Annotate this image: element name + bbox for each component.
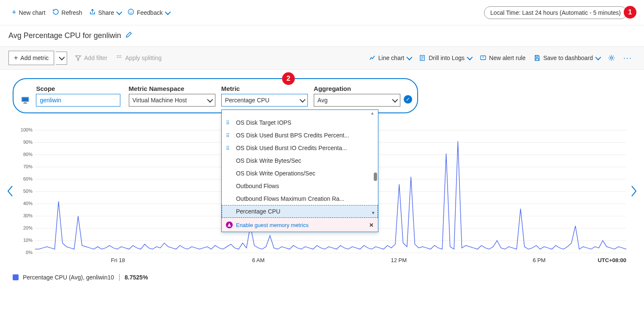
svg-text:60%: 60% <box>23 176 32 181</box>
svg-rect-8 <box>24 102 27 103</box>
scroll-down-arrow[interactable]: ▼ <box>371 211 375 215</box>
chart-nav-right[interactable] <box>630 185 637 200</box>
metric-option[interactable]: Outbound Flows <box>222 180 378 192</box>
compass-icon <box>226 222 233 228</box>
refresh-icon <box>52 8 59 16</box>
metric-option[interactable]: OS Disk Write Bytes/Sec <box>222 154 378 167</box>
chart-toolbar: + Add metric Add filter Apply splitting … <box>0 46 644 70</box>
apply-splitting-button[interactable]: Apply splitting <box>113 52 165 64</box>
annotation-2: 2 <box>282 72 295 85</box>
smile-icon <box>128 8 134 16</box>
enable-guest-metrics-label: Enable guest memory metrics <box>236 222 309 228</box>
chart-nav-left[interactable] <box>7 185 14 200</box>
scope-label: Scope <box>36 85 122 92</box>
refresh-button[interactable]: Refresh <box>49 6 86 19</box>
chart-legend: Percentage CPU (Avg), genliwin10 8.7525% <box>8 270 636 281</box>
svg-text:40%: 40% <box>23 201 32 206</box>
aggregation-selector[interactable]: Avg <box>314 94 400 107</box>
metric-option[interactable]: ⠿OS Disk Used Burst IO Credits Percenta.… <box>222 142 378 154</box>
new-chart-button[interactable]: + New chart <box>8 5 49 19</box>
svg-rect-9 <box>23 103 27 104</box>
svg-text:0%: 0% <box>26 250 33 255</box>
share-button[interactable]: Share <box>86 6 124 19</box>
feedback-label: Feedback <box>137 9 163 16</box>
svg-point-0 <box>128 9 133 15</box>
svg-point-2 <box>132 11 133 12</box>
metric-option[interactable]: Percentage CPU <box>222 205 378 218</box>
metric-value: Percentage CPU <box>225 97 269 104</box>
metric-option[interactable]: ⠿OS Disk Used Burst BPS Credits Percent.… <box>222 129 378 142</box>
chart-type-label: Line chart <box>378 55 404 61</box>
gear-icon <box>608 55 615 61</box>
close-icon[interactable]: ✕ <box>369 222 374 228</box>
annotation-1: 1 <box>624 6 636 19</box>
chart-content: 2 Scope genliwin Metric Namespace Virtua… <box>0 70 644 289</box>
chevron-down-icon <box>59 54 65 60</box>
refresh-label: Refresh <box>62 9 82 16</box>
metric-option[interactable]: OS Disk Write Operations/Sec <box>222 167 378 180</box>
logs-icon <box>419 55 426 61</box>
confirm-check-icon[interactable]: ✓ <box>404 95 412 104</box>
svg-text:6 AM: 6 AM <box>252 257 264 263</box>
scroll-up-arrow[interactable]: ▲ <box>222 110 378 116</box>
settings-button[interactable] <box>605 52 618 64</box>
metric-option[interactable]: ⠿OS Disk Target IOPS <box>222 116 378 129</box>
time-range-button[interactable]: Local Time: Last 24 hours (Automatic - 5… <box>484 6 627 19</box>
vm-icon <box>20 95 30 105</box>
chart-type-button[interactable]: Line chart <box>366 52 414 64</box>
svg-text:30%: 30% <box>23 213 32 218</box>
new-chart-label: New chart <box>19 9 46 16</box>
svg-rect-7 <box>22 98 28 101</box>
more-button[interactable]: ··· <box>620 51 636 65</box>
metric-option-label: OS Disk Write Bytes/Sec <box>236 157 302 164</box>
alert-icon <box>480 55 486 61</box>
add-metric-dropdown[interactable] <box>56 52 67 65</box>
scatter-icon: ⠿ <box>226 145 230 151</box>
save-icon <box>534 55 541 61</box>
namespace-selector[interactable]: Virtual Machine Host <box>129 94 215 107</box>
add-metric-label: Add metric <box>20 55 49 61</box>
namespace-label: Metric Namespace <box>129 85 215 92</box>
chevron-down-icon <box>595 55 601 60</box>
new-alert-rule-button[interactable]: New alert rule <box>476 52 529 64</box>
metric-option[interactable]: Outbound Flows Maximum Creation Ra... <box>222 192 378 205</box>
add-filter-label: Add filter <box>84 55 107 61</box>
svg-text:10%: 10% <box>23 238 32 243</box>
aggregation-value: Avg <box>318 97 328 104</box>
apply-splitting-label: Apply splitting <box>125 55 162 61</box>
chevron-down-icon <box>165 9 171 15</box>
svg-text:UTC+08:00: UTC+08:00 <box>598 257 626 263</box>
scope-selector[interactable]: genliwin <box>36 94 120 107</box>
scrollbar-thumb[interactable] <box>374 172 377 181</box>
metric-config-pill: Scope genliwin Metric Namespace Virtual … <box>13 78 418 113</box>
metric-dropdown: ▲ ⠿OS Disk Target IOPS⠿OS Disk Used Burs… <box>221 109 378 232</box>
add-metric-button[interactable]: + Add metric <box>8 51 54 65</box>
metric-selector[interactable]: Percentage CPU <box>221 94 308 107</box>
enable-guest-metrics-link[interactable]: Enable guest memory metrics ✕ <box>222 218 378 232</box>
chevron-down-icon <box>116 9 122 15</box>
chevron-down-icon <box>299 97 305 103</box>
chevron-down-icon <box>407 55 413 60</box>
feedback-button[interactable]: Feedback <box>124 6 173 19</box>
svg-point-1 <box>130 11 130 12</box>
plus-icon: + <box>14 54 18 62</box>
filter-icon <box>75 55 82 61</box>
drill-logs-button[interactable]: Drill into Logs <box>416 52 475 64</box>
share-icon <box>89 8 96 16</box>
chevron-down-icon <box>207 97 213 103</box>
save-dashboard-button[interactable]: Save to dashboard <box>530 52 603 64</box>
metric-option-label: OS Disk Target IOPS <box>236 119 291 126</box>
aggregation-label: Aggregation <box>314 85 400 92</box>
drill-logs-label: Drill into Logs <box>429 55 465 61</box>
svg-point-5 <box>610 57 612 59</box>
legend-series-label: Percentage CPU (Avg), genliwin10 <box>23 274 114 281</box>
svg-text:20%: 20% <box>23 225 32 230</box>
metric-option-label: Outbound Flows Maximum Creation Ra... <box>236 195 345 202</box>
add-filter-button[interactable]: Add filter <box>71 52 111 64</box>
edit-title-icon[interactable] <box>125 31 132 40</box>
split-icon <box>116 55 123 61</box>
metric-label: Metric <box>221 85 308 92</box>
metric-option-label: OS Disk Write Operations/Sec <box>236 170 315 177</box>
chart-title-row: Avg Percentage CPU for genliwin <box>0 25 644 46</box>
scatter-icon: ⠿ <box>226 133 230 139</box>
